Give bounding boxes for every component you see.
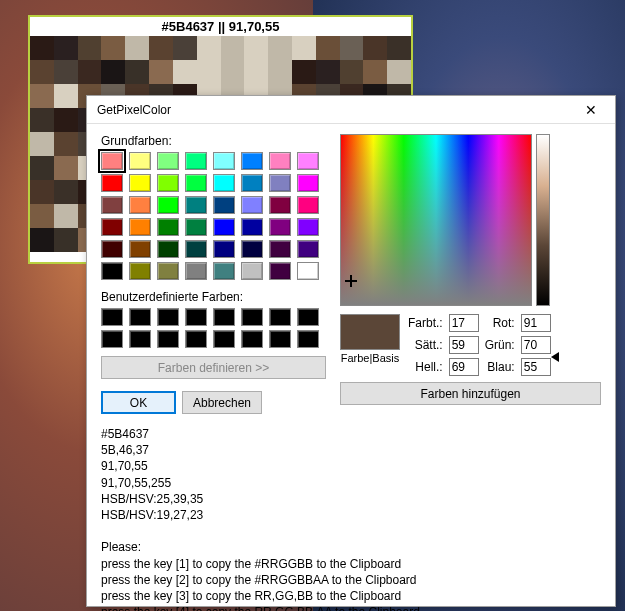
basic-swatch[interactable] [269, 174, 291, 192]
custom-swatch[interactable] [269, 308, 291, 326]
basic-swatch[interactable] [297, 240, 319, 258]
basic-swatch[interactable] [185, 218, 207, 236]
output-text: #5B4637 5B,46,37 91,70,55 91,70,55,255 H… [87, 420, 615, 611]
hue-label: Farbt.: [408, 316, 443, 330]
basic-swatch[interactable] [241, 218, 263, 236]
basic-swatch[interactable] [101, 152, 123, 170]
basic-swatch[interactable] [157, 262, 179, 280]
blue-input[interactable] [521, 358, 551, 376]
color-picker-dialog: GetPixelColor ✕ Grundfarben: Benutzerdef… [86, 95, 616, 607]
basic-swatch[interactable] [241, 152, 263, 170]
blue-label: Blau: [485, 360, 515, 374]
custom-swatch[interactable] [213, 308, 235, 326]
crosshair-icon [345, 275, 357, 287]
basic-swatch[interactable] [129, 152, 151, 170]
basic-swatch[interactable] [157, 152, 179, 170]
capture-header: #5B4637 || 91,70,55 [30, 17, 411, 36]
basic-swatch[interactable] [241, 196, 263, 214]
basic-swatch[interactable] [269, 262, 291, 280]
basic-swatch[interactable] [241, 240, 263, 258]
basic-swatch[interactable] [269, 152, 291, 170]
ok-button[interactable]: OK [101, 391, 176, 414]
basic-swatch[interactable] [185, 240, 207, 258]
basic-swatch[interactable] [157, 174, 179, 192]
add-color-button[interactable]: Farben hinzufügen [340, 382, 601, 405]
basic-colors-label: Grundfarben: [101, 134, 326, 148]
titlebar[interactable]: GetPixelColor ✕ [87, 96, 615, 124]
custom-colors-grid [101, 308, 326, 348]
basic-swatch[interactable] [213, 218, 235, 236]
basic-swatch[interactable] [297, 152, 319, 170]
lum-label: Hell.: [408, 360, 443, 374]
basic-swatch[interactable] [101, 196, 123, 214]
custom-swatch[interactable] [297, 308, 319, 326]
green-label: Grün: [485, 338, 515, 352]
basic-swatch[interactable] [213, 174, 235, 192]
basic-swatch[interactable] [101, 218, 123, 236]
custom-swatch[interactable] [101, 330, 123, 348]
custom-swatch[interactable] [297, 330, 319, 348]
custom-swatch[interactable] [269, 330, 291, 348]
custom-swatch[interactable] [129, 330, 151, 348]
basic-swatch[interactable] [185, 262, 207, 280]
basic-swatch[interactable] [213, 240, 235, 258]
custom-swatch[interactable] [157, 330, 179, 348]
basic-swatch[interactable] [185, 196, 207, 214]
basic-swatch[interactable] [101, 240, 123, 258]
basic-swatch[interactable] [129, 240, 151, 258]
basic-swatch[interactable] [185, 152, 207, 170]
basic-swatch[interactable] [157, 218, 179, 236]
custom-swatch[interactable] [241, 308, 263, 326]
basic-swatch[interactable] [129, 262, 151, 280]
basic-swatch[interactable] [269, 196, 291, 214]
basic-swatch[interactable] [297, 218, 319, 236]
luminance-slider[interactable] [536, 134, 550, 306]
basic-swatch[interactable] [297, 262, 319, 280]
basic-swatch[interactable] [297, 196, 319, 214]
red-input[interactable] [521, 314, 551, 332]
color-preview-swatch [340, 314, 400, 350]
basic-swatch[interactable] [269, 240, 291, 258]
custom-swatch[interactable] [185, 330, 207, 348]
sat-label: Sätt.: [408, 338, 443, 352]
basic-swatch[interactable] [101, 262, 123, 280]
define-colors-button[interactable]: Farben definieren >> [101, 356, 326, 379]
sat-input[interactable] [449, 336, 479, 354]
custom-swatch[interactable] [157, 308, 179, 326]
dialog-title: GetPixelColor [97, 103, 571, 117]
hue-saturation-picker[interactable] [340, 134, 532, 306]
custom-swatch[interactable] [185, 308, 207, 326]
basic-swatch[interactable] [157, 196, 179, 214]
basic-swatch[interactable] [129, 218, 151, 236]
basic-swatch[interactable] [129, 174, 151, 192]
luminance-arrow-icon [551, 352, 559, 362]
green-input[interactable] [521, 336, 551, 354]
basic-swatch[interactable] [269, 218, 291, 236]
basic-swatch[interactable] [185, 174, 207, 192]
custom-swatch[interactable] [241, 330, 263, 348]
basic-colors-grid [101, 152, 326, 280]
basic-swatch[interactable] [241, 262, 263, 280]
custom-swatch[interactable] [213, 330, 235, 348]
custom-colors-label: Benutzerdefinierte Farben: [101, 290, 326, 304]
hue-input[interactable] [449, 314, 479, 332]
basic-swatch[interactable] [129, 196, 151, 214]
custom-swatch[interactable] [129, 308, 151, 326]
color-preview-label: Farbe|Basis [340, 352, 400, 364]
basic-swatch[interactable] [157, 240, 179, 258]
cancel-button[interactable]: Abbrechen [182, 391, 262, 414]
lum-input[interactable] [449, 358, 479, 376]
basic-swatch[interactable] [241, 174, 263, 192]
basic-swatch[interactable] [297, 174, 319, 192]
basic-swatch[interactable] [213, 152, 235, 170]
red-label: Rot: [485, 316, 515, 330]
basic-swatch[interactable] [213, 262, 235, 280]
custom-swatch[interactable] [101, 308, 123, 326]
close-button[interactable]: ✕ [571, 98, 611, 122]
basic-swatch[interactable] [101, 174, 123, 192]
close-icon: ✕ [585, 102, 597, 118]
basic-swatch[interactable] [213, 196, 235, 214]
